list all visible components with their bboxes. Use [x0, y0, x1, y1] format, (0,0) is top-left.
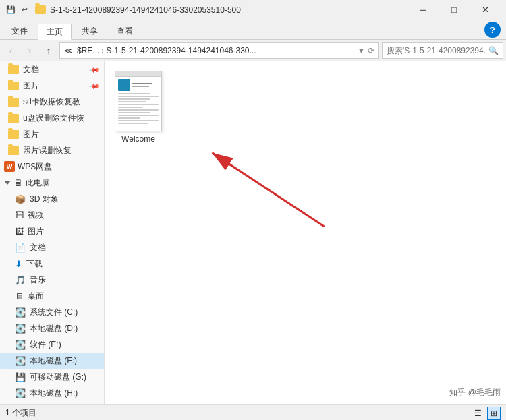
folder-icon	[8, 98, 19, 107]
tab-home[interactable]: 主页	[38, 24, 72, 40]
address-segment-2: $RE...	[77, 46, 99, 55]
watermark-text: 知乎 @毛毛雨	[449, 387, 501, 398]
title-bar-icons: 💾 ↩	[5, 5, 30, 16]
forward-button[interactable]: ›	[22, 42, 38, 59]
drive-e-icon: 💽	[15, 340, 26, 350]
sidebar-label-d: 本地磁盘 (D:)	[30, 323, 78, 334]
address-box[interactable]: ≪ $RE... › S-1-5-21-4200892394-149424104…	[59, 42, 379, 59]
sidebar-item-photo-recovery[interactable]: 照片误删恢复	[0, 142, 104, 158]
docs-icon: 📄	[15, 243, 26, 253]
address-dropdown-icon[interactable]: ▼	[358, 47, 365, 55]
sidebar-this-pc[interactable]: 🖥 此电脑	[0, 175, 104, 191]
sidebar-label-wps: WPS网盘	[18, 161, 52, 173]
detail-view-button[interactable]: ⊞	[487, 407, 501, 420]
folder-icon	[8, 114, 19, 123]
sidebar-item-c[interactable]: 💽 系统文件 (C:)	[0, 304, 104, 320]
sidebar-label-video: 视频	[28, 210, 44, 221]
sidebar-label-f: 本地磁盘 (F:)	[30, 355, 77, 367]
ribbon: 文件 主页 共享 查看 ?	[0, 20, 506, 40]
folder-icon	[8, 130, 19, 139]
maximize-button[interactable]: □	[439, 0, 470, 20]
search-box[interactable]: 🔍	[382, 42, 503, 59]
wps-icon: W	[4, 161, 15, 172]
sidebar-label-3d: 3D 对象	[30, 193, 59, 205]
file-thumbnail-welcome	[115, 71, 162, 131]
tab-view[interactable]: 查看	[108, 23, 142, 39]
sidebar-label-pictures: 图片	[23, 80, 39, 92]
sidebar-label-h: 本地磁盘 (H:)	[30, 388, 78, 399]
sidebar-item-d[interactable]: 💽 本地磁盘 (D:)	[0, 320, 104, 336]
sidebar-label-docs: 文档	[30, 242, 46, 253]
folder-icon	[8, 146, 19, 155]
title-bar: 💾 ↩ S-1-5-21-4200892394-1494241046-33020…	[0, 0, 506, 20]
tab-share[interactable]: 共享	[73, 23, 107, 39]
sidebar-item-docs[interactable]: 📄 文档	[0, 239, 104, 256]
help-button[interactable]: ?	[484, 22, 501, 38]
search-icon[interactable]: 🔍	[488, 46, 499, 55]
status-bar: 1 个项目 ☰ ⊞	[0, 404, 506, 420]
sidebar-item-g[interactable]: 💾 可移动磁盘 (G:)	[0, 369, 104, 385]
ribbon-tabs: 文件 主页 共享 查看 ?	[0, 20, 506, 39]
sidebar-label-e: 软件 (E:)	[30, 339, 61, 351]
minimize-button[interactable]: ─	[407, 0, 439, 20]
folder-icon	[8, 65, 19, 74]
sidebar-label-photo-recovery: 照片误删恢复	[23, 145, 72, 156]
sidebar-item-desktop[interactable]: 🖥 桌面	[0, 288, 104, 304]
sidebar-item-video[interactable]: 🎞 视频	[0, 207, 104, 223]
status-right: ☰ ⊞	[471, 407, 501, 420]
sidebar-label-desktop: 桌面	[28, 291, 44, 302]
drive-d-icon: 💽	[15, 324, 26, 334]
svg-line-1	[212, 153, 324, 227]
window-controls: ─ □ ✕	[407, 0, 501, 20]
drive-h-icon: 💽	[15, 388, 26, 398]
title-folder-icon	[35, 5, 46, 14]
window-title: S-1-5-21-4200892394-1494241046-330205351…	[50, 5, 407, 15]
sidebar-item-music[interactable]: 🎵 音乐	[0, 272, 104, 288]
sidebar-item-images[interactable]: 🖼 图片	[0, 223, 104, 239]
sidebar-label-documents: 文档	[23, 64, 39, 76]
search-input[interactable]	[387, 46, 486, 55]
sidebar-item-e[interactable]: 💽 软件 (E:)	[0, 336, 104, 353]
sidebar-wps[interactable]: W WPS网盘	[0, 158, 104, 175]
sidebar-item-udisk[interactable]: u盘误删除文件恢	[0, 110, 104, 126]
sidebar-item-3d[interactable]: 📦 3D 对象	[0, 191, 104, 207]
sidebar-label-g: 可移动磁盘 (G:)	[30, 371, 86, 383]
close-button[interactable]: ✕	[470, 0, 501, 20]
sidebar-item-pictures[interactable]: 图片 📌	[0, 78, 104, 94]
up-button[interactable]: ↑	[40, 42, 57, 59]
sidebar-label-images: 图片	[28, 226, 44, 237]
address-bar: ‹ › ↑ ≪ $RE... › S-1-5-21-4200892394-149…	[0, 40, 506, 61]
sidebar-item-h[interactable]: 💽 本地磁盘 (H:)	[0, 385, 104, 401]
sidebar-item-f[interactable]: 💽 本地磁盘 (F:)	[0, 353, 104, 369]
list-view-button[interactable]: ☰	[471, 407, 484, 420]
back-button[interactable]: ‹	[3, 42, 19, 59]
tab-file[interactable]: 文件	[3, 23, 36, 39]
pin-icon: 📌	[89, 80, 100, 91]
desktop-icon: 🖥	[15, 291, 24, 301]
undo-icon[interactable]: ↩	[19, 5, 30, 16]
drive-c-icon: 💽	[15, 307, 26, 318]
save-icon[interactable]: 💾	[5, 5, 16, 16]
images-icon: 🖼	[15, 227, 24, 237]
folder-icon	[8, 82, 19, 90]
sidebar-label-pic2: 图片	[23, 129, 39, 140]
address-segment-3: S-1-5-21-4200892394-1494241046-330...	[106, 46, 256, 55]
sidebar-item-sdcard[interactable]: sd卡数据恢复教	[0, 94, 104, 110]
address-refresh-icon[interactable]: ⟳	[368, 46, 374, 55]
sidebar-item-downloads[interactable]: ⬇ 下载	[0, 256, 104, 272]
file-label-welcome: Welcome	[121, 134, 155, 144]
video-icon: 🎞	[15, 210, 24, 220]
sidebar-item-documents[interactable]: 文档 📌	[0, 61, 104, 78]
content-area[interactable]: Welcome	[105, 61, 506, 404]
sidebar-label-downloads: 下载	[26, 258, 43, 270]
watermark: 知乎 @毛毛雨	[449, 387, 501, 398]
status-count: 1 个项目	[5, 407, 36, 419]
main-area: 文档 📌 图片 📌 sd卡数据恢复教 u盘误删除文件恢 图片 照片误删恢复 W …	[0, 61, 506, 404]
sidebar-label-this-pc: 此电脑	[26, 177, 50, 189]
sidebar-item-pic2[interactable]: 图片	[0, 126, 104, 142]
3d-icon: 📦	[15, 194, 26, 204]
file-item-welcome[interactable]: Welcome	[111, 68, 165, 146]
sidebar-label-sdcard: sd卡数据恢复教	[23, 96, 80, 108]
downloads-icon: ⬇	[15, 259, 22, 269]
pc-icon: 🖥	[13, 177, 23, 188]
